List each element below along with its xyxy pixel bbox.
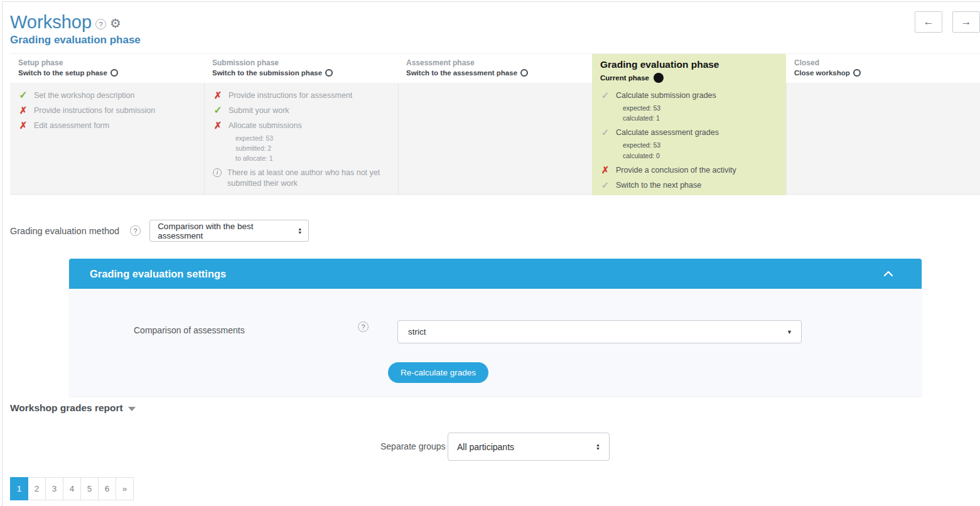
recalculate-grades-button[interactable]: Re-calculate grades [388,362,488,383]
phase-radio-icon[interactable] [520,69,528,77]
task-item: ✓Calculate assessment grades [600,127,777,138]
pagination-page-4[interactable]: 4 [63,477,81,500]
pagination-page-3[interactable]: 3 [46,477,63,500]
separate-groups-label: Separate groups [380,441,446,451]
task-label: Set the workshop description [34,90,135,101]
phase-header: Setup phaseSwitch to the setup phase [10,54,204,83]
phase-radio-icon[interactable] [325,69,333,77]
task-details: expected: 53calculated: 0 [623,140,777,161]
phase-task-list: ✓Calculate submission gradesexpected: 53… [592,83,786,195]
phase-table: Setup phaseSwitch to the setup phase✓Set… [10,53,980,195]
task-label: Provide instructions for submission [34,105,155,116]
left-arrow-icon: ← [923,16,934,28]
task-label: Calculate submission grades [616,90,716,101]
phase-radio-icon[interactable] [853,69,861,77]
selected-group-value: All participants [457,442,514,452]
workshop-grades-report-toggle[interactable]: Workshop grades report [10,402,136,414]
phase-header: Assessment phaseSwitch to the assessment… [398,54,592,83]
switch-phase-action[interactable]: Close workshop [794,69,861,77]
phase-header: Grading evaluation phaseCurrent phase [592,54,786,83]
task-label: Edit assessment form [34,121,109,131]
task-item: ✗Allocate submissions [213,121,389,131]
switch-phase-action[interactable]: Switch to the submission phase [212,69,333,77]
pending-icon: ✓ [600,90,610,100]
phase-column-assessment-phase: Assessment phaseSwitch to the assessment… [398,54,592,194]
pagination-page-6[interactable]: 6 [99,477,116,500]
phase-action-label: Current phase [600,74,649,82]
phase-column-submission-phase: Submission phaseSwitch to the submission… [204,54,398,194]
workshop-page: Workshop ? ⚙ Grading evaluation phase ← … [0,0,980,506]
task-label: Calculate assessment grades [616,127,719,138]
settings-panel-body: Comparison of assessments ? strict ▼ Re-… [69,289,922,396]
help-icon[interactable]: ? [130,225,141,236]
grading-evaluation-method-label: Grading evaluation method [10,226,119,236]
done-icon: ✓ [213,105,223,116]
phase-column-closed: ClosedClose workshop [786,54,980,194]
comparison-select[interactable]: strict ▼ [397,320,802,343]
task-item: ✗Provide a conclusion of the activity [600,165,777,176]
pagination-page-2[interactable]: 2 [28,477,46,500]
next-activity-button[interactable]: → [952,11,980,33]
task-item: ✗Provide instructions for submission [18,105,195,116]
current-phase-dot-icon [654,73,664,83]
fail-icon: ✗ [18,105,28,115]
done-icon: ✓ [18,90,28,100]
fail-icon: ✗ [213,121,223,130]
comparison-of-assessments-label: Comparison of assessments [134,325,245,335]
gear-icon[interactable]: ⚙ [110,16,121,31]
task-item: ✓Set the workshop description [18,90,195,101]
phase-header: ClosedClose workshop [786,54,980,83]
task-label: Allocate submissions [229,121,302,131]
phase-action-label: Switch to the setup phase [18,69,107,77]
task-item: ✓Submit your work [213,105,389,116]
pending-icon: ✓ [600,127,610,137]
pagination-page-1[interactable]: 1 [10,477,28,500]
report-title-label: Workshop grades report [10,402,123,414]
task-item: ✓Switch to the next phase [600,180,777,191]
collapse-chevron-icon[interactable] [883,271,893,277]
dropdown-arrow-icon: ▼ [787,329,792,335]
switch-phase-action[interactable]: Switch to the setup phase [18,69,118,77]
task-label: Provide instructions for assessment [229,90,352,101]
selected-comparison-value: strict [408,327,426,336]
phase-radio-icon[interactable] [110,69,118,77]
previous-activity-button[interactable]: ← [915,11,942,33]
task-item: ✗Edit assessment form [18,121,195,131]
switch-phase-action[interactable]: Switch to the assessment phase [406,69,528,77]
grading-evaluation-method-select[interactable]: Comparison with the best assessment ▲▼ [149,220,309,242]
phase-task-list [786,83,980,194]
task-item: ✓Calculate submission grades [600,90,777,101]
task-label: There is at least one author who has not… [227,168,389,189]
phase-action-label: Switch to the assessment phase [406,69,517,77]
phase-column-setup-phase: Setup phaseSwitch to the setup phase✓Set… [10,54,204,194]
current-phase-indicator: Current phase [600,73,664,83]
select-arrows-icon: ▲▼ [298,227,302,235]
phase-column-grading-evaluation-phase: Grading evaluation phaseCurrent phase✓Ca… [592,54,786,194]
pending-icon: ✓ [600,180,610,190]
task-label: Provide a conclusion of the activity [616,165,736,176]
pagination-page-5[interactable]: 5 [81,477,99,500]
fail-icon: ✗ [18,121,28,130]
grading-evaluation-settings-panel: Grading evaluation settings Comparison o… [69,259,922,396]
phase-title: Setup phase [18,58,198,67]
pagination-next[interactable]: » [116,477,134,500]
phase-title: Closed [794,58,974,67]
page-header: Workshop ? ⚙ [10,13,121,31]
phase-action-label: Switch to the submission phase [212,69,322,77]
fail-icon: ✗ [213,90,223,100]
separate-groups-select[interactable]: All participants ▲▼ [448,433,610,461]
help-icon[interactable]: ? [358,321,369,332]
task-details: expected: 53submitted: 2to allocate: 1 [235,133,389,164]
right-arrow-icon: → [961,16,972,28]
settings-panel-title: Grading evaluation settings [90,268,226,280]
page-title: Workshop [10,13,92,31]
grading-evaluation-method-row: Grading evaluation method ? Comparison w… [10,220,309,242]
task-item: iThere is at least one author who has no… [213,168,389,189]
phase-title: Grading evaluation phase [600,59,780,70]
task-label: Switch to the next phase [616,180,701,191]
help-icon[interactable]: ? [95,19,106,30]
select-arrows-icon: ▲▼ [596,443,600,451]
info-icon: i [213,168,222,177]
phase-title: Submission phase [212,58,392,67]
phase-title: Assessment phase [406,58,586,67]
